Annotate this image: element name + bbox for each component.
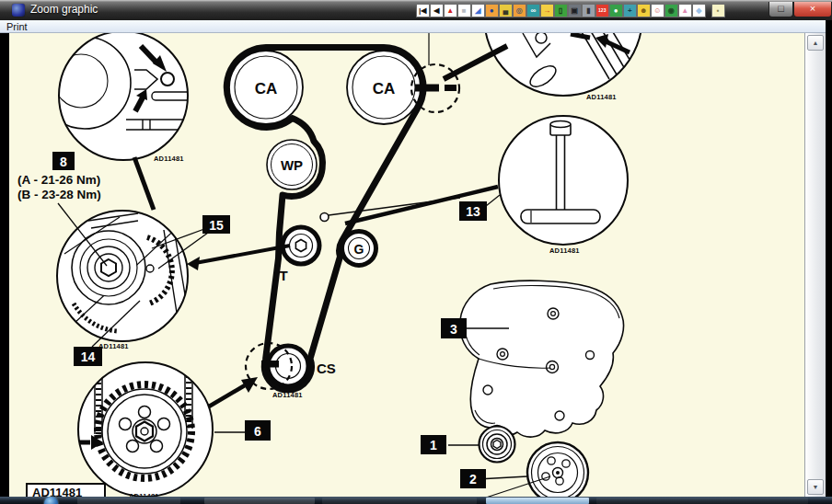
tools-icon[interactable]: + [623,4,637,17]
right-edge [826,20,832,504]
bolt-marker [320,213,329,222]
cam-detail-circle: AD11481 [39,31,191,163]
svg-text:(B - 23-28 Nm): (B - 23-28 Nm) [17,188,101,201]
scroll-up-button[interactable]: ▲ [807,35,824,51]
taskbar-button[interactable] [596,498,808,504]
globe-icon[interactable]: ● [485,4,499,17]
app-icon [12,4,25,17]
device-icon[interactable]: ▮ [582,4,595,17]
lift-icon[interactable]: ▯ [554,4,568,17]
svg-text:1: 1 [430,438,437,452]
callout-13: 13 [459,201,487,221]
svg-text:6: 6 [254,424,261,439]
taskbar-button-active[interactable] [486,498,589,504]
disc-icon[interactable]: ● [609,4,623,17]
vertical-scrollbar[interactable]: ▲ ▼ [804,33,826,497]
maximize-button[interactable]: □ [768,2,793,17]
scroll-down-icon: ▼ [813,484,819,490]
camshaft-pulley-1: CA [229,51,303,124]
close-icon: × [810,3,815,14]
scroll-up-icon: ▲ [813,40,819,46]
callout-14: 14 [74,347,102,366]
callout-3: 3 [441,318,467,338]
gauge-icon[interactable]: ◉ [664,4,678,17]
tool-detail-circle: AD11481 [499,116,628,255]
screen: AD11481 AD11481 [0,0,832,504]
tensioner-detail-circle: AD11481 [57,211,188,350]
torque-values: (A - 21-26 Nm) (B - 23-28 Nm) [17,173,101,201]
taskbar-button[interactable] [322,498,477,504]
timing-belt-diagram: AD11481 AD11481 [0,0,832,504]
assistant-icon[interactable]: ☻ [637,4,651,17]
maximize-icon: □ [778,3,784,14]
engine-icon[interactable]: ◆ [692,4,706,17]
camera-icon[interactable]: ▣ [568,4,582,17]
guide-pulley: G [342,232,376,266]
svg-text:T: T [279,268,287,283]
parts-list-icon[interactable]: 123 [595,4,609,17]
svg-text:15: 15 [209,218,224,233]
svg-text:3: 3 [450,322,457,337]
svg-text:AD11481: AD11481 [586,93,617,101]
technician-icon[interactable]: ☺ [651,4,664,17]
start-button[interactable] [44,497,58,504]
close-button[interactable]: × [793,2,832,17]
crankshaft-sprocket: CS AD11481 [268,346,336,399]
svg-text:14: 14 [81,349,96,364]
vehicle-icon[interactable]: ▄ [499,4,513,17]
title-bar: Zoom graphic |◀◀▲■◢●▄◎∞→▯▣▮123●+☻☺◉▲◆▪ □… [0,0,832,20]
svg-text:G: G [354,242,364,257]
svg-text:2: 2 [469,472,477,487]
callout-1: 1 [421,435,446,454]
window-disabled-icon[interactable]: ■ [457,4,471,17]
svg-text:13: 13 [466,204,480,219]
svg-text:WP: WP [281,157,303,173]
svg-text:AD11481: AD11481 [549,246,580,255]
arrow-icon[interactable]: → [540,4,554,17]
nav-first-icon[interactable]: |◀ [416,4,430,17]
menu-item-print[interactable]: Print [6,21,28,32]
callout-6: 6 [245,420,271,441]
timing-cover [460,281,624,437]
svg-text:AD11481: AD11481 [272,391,303,399]
svg-text:CS: CS [317,361,336,376]
menu-bar: Print [0,20,826,33]
nav-back-icon[interactable]: ◀ [430,4,444,17]
toolbar-icons: |◀◀▲■◢●▄◎∞→▯▣▮123●+☻☺◉▲◆▪ [416,4,725,18]
draw-icon[interactable]: ◢ [471,4,485,17]
scroll-down-button[interactable]: ▼ [807,479,824,495]
callout-2: 2 [460,469,486,488]
notes-icon[interactable]: ▪ [711,4,725,17]
wheel-icon[interactable]: ◎ [513,4,526,17]
taskbar [0,497,832,504]
left-edge [0,33,9,497]
svg-text:8: 8 [60,155,67,169]
window-title: Zoom graphic [30,3,98,16]
callout-8: 8 [52,152,75,170]
svg-text:CA: CA [373,80,396,97]
svg-text:AD11481: AD11481 [154,155,184,163]
callout-15: 15 [202,215,230,234]
taskbar-button[interactable] [204,498,315,504]
svg-text:(A - 21-26 Nm): (A - 21-26 Nm) [17,173,100,187]
rocket-icon[interactable]: ▲ [678,4,692,17]
camshaft-pulley-2: CA [347,51,421,124]
arrowhead-tensioner [187,257,200,270]
warning-icon[interactable]: ▲ [444,4,457,17]
taskbar-button[interactable] [77,498,180,504]
tensioner-pulley: T [279,227,319,283]
water-pump-pulley: WP [267,140,317,189]
idler-pulley [480,426,515,463]
svg-text:CA: CA [255,80,278,97]
crank-sprocket-detail-circle: AD11481 [70,362,213,500]
inspection-icon[interactable]: ∞ [526,4,540,17]
svg-text:AD11481: AD11481 [98,342,129,350]
